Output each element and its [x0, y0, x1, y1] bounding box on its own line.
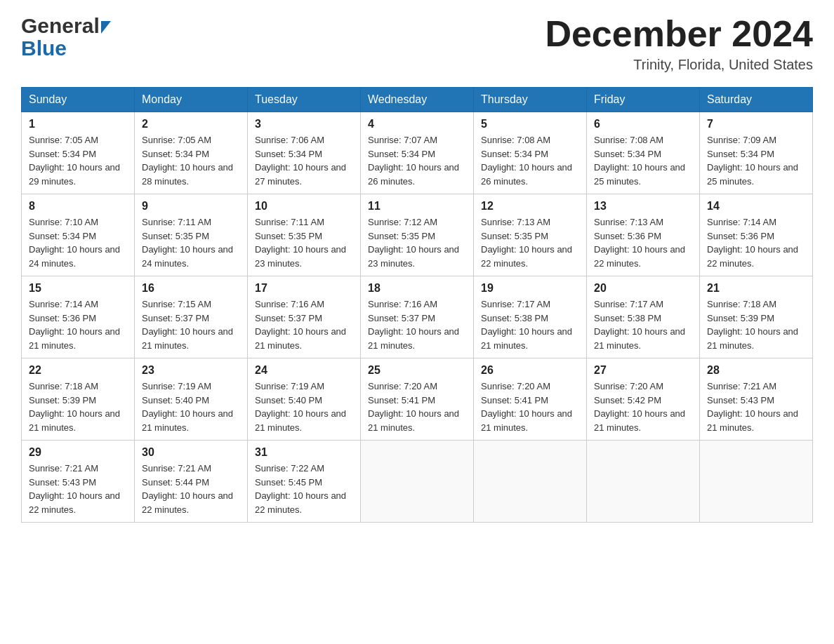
day-number: 14 — [707, 200, 805, 213]
day-info: Sunrise: 7:18 AMSunset: 5:39 PMDaylight:… — [707, 297, 805, 352]
calendar-cell: 9Sunrise: 7:11 AMSunset: 5:35 PMDaylight… — [135, 194, 248, 276]
day-info: Sunrise: 7:21 AMSunset: 5:43 PMDaylight:… — [707, 380, 805, 434]
calendar-cell: 10Sunrise: 7:11 AMSunset: 5:35 PMDayligh… — [248, 194, 361, 276]
calendar-cell: 20Sunrise: 7:17 AMSunset: 5:38 PMDayligh… — [587, 276, 700, 358]
day-info: Sunrise: 7:20 AMSunset: 5:42 PMDaylight:… — [594, 380, 692, 434]
day-info: Sunrise: 7:20 AMSunset: 5:41 PMDaylight:… — [481, 380, 579, 434]
calendar-cell: 15Sunrise: 7:14 AMSunset: 5:36 PMDayligh… — [22, 276, 135, 358]
day-number: 9 — [142, 200, 240, 213]
day-number: 19 — [481, 282, 579, 295]
day-info: Sunrise: 7:19 AMSunset: 5:40 PMDaylight:… — [255, 380, 353, 434]
calendar-cell: 30Sunrise: 7:21 AMSunset: 5:44 PMDayligh… — [135, 441, 248, 523]
day-number: 10 — [255, 200, 353, 213]
calendar-cell: 3Sunrise: 7:06 AMSunset: 5:34 PMDaylight… — [248, 112, 361, 194]
day-info: Sunrise: 7:13 AMSunset: 5:35 PMDaylight:… — [481, 215, 579, 270]
month-title: December 2024 — [545, 14, 813, 54]
calendar-table: SundayMondayTuesdayWednesdayThursdayFrid… — [21, 87, 813, 523]
day-number: 25 — [368, 364, 466, 377]
day-number: 7 — [707, 118, 805, 130]
calendar-cell: 8Sunrise: 7:10 AMSunset: 5:34 PMDaylight… — [22, 194, 135, 276]
calendar-cell: 27Sunrise: 7:20 AMSunset: 5:42 PMDayligh… — [587, 358, 700, 441]
day-info: Sunrise: 7:19 AMSunset: 5:40 PMDaylight:… — [142, 380, 240, 434]
day-number: 26 — [481, 364, 579, 377]
calendar-cell — [587, 441, 700, 523]
calendar-week-row: 29Sunrise: 7:21 AMSunset: 5:43 PMDayligh… — [22, 441, 813, 523]
day-number: 16 — [142, 282, 240, 295]
calendar-cell: 31Sunrise: 7:22 AMSunset: 5:45 PMDayligh… — [248, 441, 361, 523]
page-header: General Blue December 2024 Trinity, Flor… — [21, 14, 813, 73]
calendar-cell: 14Sunrise: 7:14 AMSunset: 5:36 PMDayligh… — [700, 194, 813, 276]
calendar-cell: 22Sunrise: 7:18 AMSunset: 5:39 PMDayligh… — [22, 358, 135, 441]
day-info: Sunrise: 7:09 AMSunset: 5:34 PMDaylight:… — [707, 133, 805, 188]
day-info: Sunrise: 7:21 AMSunset: 5:43 PMDaylight:… — [29, 462, 127, 516]
day-number: 5 — [481, 118, 579, 130]
calendar-cell: 4Sunrise: 7:07 AMSunset: 5:34 PMDaylight… — [361, 112, 474, 194]
day-info: Sunrise: 7:18 AMSunset: 5:39 PMDaylight:… — [29, 380, 127, 434]
day-number: 28 — [707, 364, 805, 377]
calendar-cell: 24Sunrise: 7:19 AMSunset: 5:40 PMDayligh… — [248, 358, 361, 441]
day-number: 1 — [29, 118, 127, 130]
title-block: December 2024 Trinity, Florida, United S… — [545, 14, 813, 73]
day-info: Sunrise: 7:07 AMSunset: 5:34 PMDaylight:… — [368, 133, 466, 188]
day-number: 11 — [368, 200, 466, 213]
calendar-cell: 23Sunrise: 7:19 AMSunset: 5:40 PMDayligh… — [135, 358, 248, 441]
day-number: 2 — [142, 118, 240, 130]
day-info: Sunrise: 7:16 AMSunset: 5:37 PMDaylight:… — [368, 297, 466, 352]
calendar-cell: 18Sunrise: 7:16 AMSunset: 5:37 PMDayligh… — [361, 276, 474, 358]
day-info: Sunrise: 7:13 AMSunset: 5:36 PMDaylight:… — [594, 215, 692, 270]
calendar-cell — [700, 441, 813, 523]
calendar-cell: 11Sunrise: 7:12 AMSunset: 5:35 PMDayligh… — [361, 194, 474, 276]
weekday-header-friday: Friday — [587, 88, 700, 112]
day-number: 30 — [142, 446, 240, 459]
day-info: Sunrise: 7:08 AMSunset: 5:34 PMDaylight:… — [594, 133, 692, 188]
day-info: Sunrise: 7:12 AMSunset: 5:35 PMDaylight:… — [368, 215, 466, 270]
day-info: Sunrise: 7:14 AMSunset: 5:36 PMDaylight:… — [707, 215, 805, 270]
day-number: 3 — [255, 118, 353, 130]
calendar-cell: 16Sunrise: 7:15 AMSunset: 5:37 PMDayligh… — [135, 276, 248, 358]
weekday-header-thursday: Thursday — [474, 88, 587, 112]
weekday-header-row: SundayMondayTuesdayWednesdayThursdayFrid… — [22, 88, 813, 112]
day-number: 23 — [142, 364, 240, 377]
calendar-week-row: 8Sunrise: 7:10 AMSunset: 5:34 PMDaylight… — [22, 194, 813, 276]
day-info: Sunrise: 7:14 AMSunset: 5:36 PMDaylight:… — [29, 297, 127, 352]
day-info: Sunrise: 7:05 AMSunset: 5:34 PMDaylight:… — [29, 133, 127, 188]
logo: General Blue — [21, 14, 111, 60]
day-info: Sunrise: 7:06 AMSunset: 5:34 PMDaylight:… — [255, 133, 353, 188]
calendar-cell: 21Sunrise: 7:18 AMSunset: 5:39 PMDayligh… — [700, 276, 813, 358]
day-info: Sunrise: 7:10 AMSunset: 5:34 PMDaylight:… — [29, 215, 127, 270]
day-number: 29 — [29, 446, 127, 459]
calendar-cell: 28Sunrise: 7:21 AMSunset: 5:43 PMDayligh… — [700, 358, 813, 441]
day-info: Sunrise: 7:20 AMSunset: 5:41 PMDaylight:… — [368, 380, 466, 434]
day-number: 18 — [368, 282, 466, 295]
location-text: Trinity, Florida, United States — [545, 57, 813, 73]
calendar-week-row: 22Sunrise: 7:18 AMSunset: 5:39 PMDayligh… — [22, 358, 813, 441]
day-info: Sunrise: 7:05 AMSunset: 5:34 PMDaylight:… — [142, 133, 240, 188]
day-number: 17 — [255, 282, 353, 295]
day-number: 22 — [29, 364, 127, 377]
calendar-cell: 12Sunrise: 7:13 AMSunset: 5:35 PMDayligh… — [474, 194, 587, 276]
day-number: 20 — [594, 282, 692, 295]
day-number: 4 — [368, 118, 466, 130]
calendar-cell: 7Sunrise: 7:09 AMSunset: 5:34 PMDaylight… — [700, 112, 813, 194]
calendar-cell: 19Sunrise: 7:17 AMSunset: 5:38 PMDayligh… — [474, 276, 587, 358]
day-number: 31 — [255, 446, 353, 459]
day-number: 8 — [29, 200, 127, 213]
logo-blue-text: Blue — [21, 36, 67, 60]
day-number: 6 — [594, 118, 692, 130]
calendar-cell: 2Sunrise: 7:05 AMSunset: 5:34 PMDaylight… — [135, 112, 248, 194]
logo-general-text: General — [21, 14, 100, 38]
weekday-header-tuesday: Tuesday — [248, 88, 361, 112]
day-info: Sunrise: 7:15 AMSunset: 5:37 PMDaylight:… — [142, 297, 240, 352]
day-number: 21 — [707, 282, 805, 295]
calendar-cell: 13Sunrise: 7:13 AMSunset: 5:36 PMDayligh… — [587, 194, 700, 276]
day-number: 24 — [255, 364, 353, 377]
day-info: Sunrise: 7:08 AMSunset: 5:34 PMDaylight:… — [481, 133, 579, 188]
day-number: 12 — [481, 200, 579, 213]
day-info: Sunrise: 7:11 AMSunset: 5:35 PMDaylight:… — [142, 215, 240, 270]
day-number: 27 — [594, 364, 692, 377]
weekday-header-monday: Monday — [135, 88, 248, 112]
calendar-cell — [474, 441, 587, 523]
day-info: Sunrise: 7:11 AMSunset: 5:35 PMDaylight:… — [255, 215, 353, 270]
calendar-cell: 6Sunrise: 7:08 AMSunset: 5:34 PMDaylight… — [587, 112, 700, 194]
calendar-week-row: 1Sunrise: 7:05 AMSunset: 5:34 PMDaylight… — [22, 112, 813, 194]
